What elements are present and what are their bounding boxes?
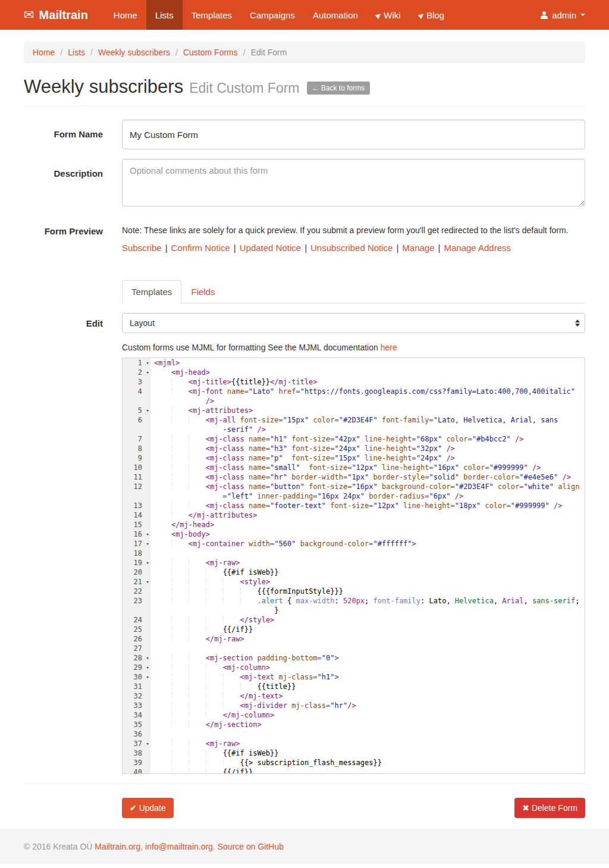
nav-item-templates[interactable]: Templates	[183, 0, 241, 30]
code-line: 39 {{> subscription_flash_messages}}	[123, 758, 585, 767]
code-line: 21 <style>	[123, 577, 585, 587]
fold-caret-icon[interactable]	[146, 577, 149, 587]
code-line: 23 .alert { max-width: 520px; font-famil…	[123, 596, 585, 606]
fold-caret-icon[interactable]	[146, 663, 149, 672]
footer-link-mailtrain-org[interactable]: Mailtrain.org	[95, 842, 140, 851]
delete-form-button[interactable]: Delete Form	[514, 798, 585, 818]
breadcrumb-separator: /	[175, 48, 178, 57]
line-number: 21	[123, 577, 150, 587]
fold-caret-icon[interactable]	[146, 358, 149, 368]
code-line: 27	[123, 644, 585, 653]
footer-text: © 2016 Kreata OÜ	[24, 842, 95, 851]
nav-item-wiki[interactable]: ▶Wiki	[367, 0, 410, 30]
link-separator: |	[396, 243, 398, 253]
line-number: 13	[123, 501, 150, 510]
code-text: </mj-raw>	[150, 634, 585, 644]
code-text	[150, 644, 585, 653]
code-line: 29 <mj-column>	[123, 663, 585, 672]
link-separator: |	[438, 243, 441, 253]
link-separator: |	[304, 243, 307, 253]
code-text: {{> subscription_flash_messages}}	[150, 758, 585, 767]
code-line: 7 <mj-class name="h1" font-size="42px" l…	[123, 434, 585, 444]
fold-caret-icon[interactable]	[146, 539, 149, 549]
fold-caret-icon[interactable]	[146, 653, 149, 663]
nav-item-automation[interactable]: Automation	[304, 0, 367, 30]
code-text: ="left" inner-padding="16px 24px" border…	[150, 491, 585, 501]
fold-caret-icon[interactable]	[146, 558, 149, 568]
code-line: 40 {{/if}}	[123, 767, 585, 774]
update-button[interactable]: Update	[122, 798, 174, 818]
brand-link[interactable]: ✉ Mailtrain	[24, 0, 88, 30]
breadcrumb-current: Edit Form	[251, 48, 287, 57]
code-line: 25 {{/if}}	[123, 625, 585, 634]
line-number: 39	[123, 758, 150, 767]
line-number: 40	[123, 767, 150, 774]
fold-caret-icon[interactable]	[146, 368, 149, 377]
code-line: 9 <mj-class name="p" font-size="15px" li…	[123, 453, 585, 463]
code-text: </mj-section>	[150, 720, 585, 729]
edit-template-select[interactable]: Layout	[122, 313, 585, 333]
footer-text: ,	[140, 842, 145, 851]
description-textarea[interactable]	[122, 159, 585, 206]
code-text: <mj-all font-size="15px" color="#2D3E4F"…	[150, 415, 585, 425]
code-text: <style>	[150, 577, 585, 587]
footer-link-source-on-github[interactable]: Source on GitHub	[218, 842, 284, 851]
line-number: 37	[123, 739, 150, 748]
preview-link-subscribe[interactable]: Subscribe	[122, 243, 162, 253]
line-number: 10	[123, 463, 150, 472]
preview-link-unsubscribed-notice[interactable]: Unsubscribed Notice	[310, 243, 393, 253]
user-menu[interactable]: admin	[540, 0, 585, 30]
nav-item-blog[interactable]: ▶Blog	[410, 0, 454, 30]
preview-link-confirm-notice[interactable]: Confirm Notice	[171, 243, 230, 253]
fold-caret-icon[interactable]	[146, 529, 149, 539]
breadcrumb-link-home[interactable]: Home	[33, 48, 55, 57]
breadcrumb-link-weekly-subscribers[interactable]: Weekly subscribers	[98, 48, 170, 57]
fold-caret-icon[interactable]	[146, 672, 149, 682]
code-text: {{#if isWeb}}	[150, 568, 585, 577]
footer-link-info-mailtrain-org[interactable]: info@mailtrain.org	[145, 842, 213, 851]
envelope-icon: ✉	[24, 8, 34, 22]
page-subtitle: Edit Custom Form	[189, 80, 299, 96]
nav-item-lists[interactable]: Lists	[146, 0, 183, 30]
code-text: }	[150, 606, 585, 615]
preview-link-manage-address[interactable]: Manage Address	[444, 243, 511, 253]
code-line: 4 <mj-font name="Lato" href="https://fon…	[123, 387, 585, 396]
breadcrumb: Home/Lists/Weekly subscribers/Custom For…	[24, 42, 585, 63]
preview-link-manage[interactable]: Manage	[402, 243, 434, 253]
line-number: 24	[123, 615, 150, 625]
code-text: </mj-attributes>	[150, 510, 585, 520]
code-text: <mj-class name="p" font-size="15px" line…	[150, 453, 585, 463]
code-line: 26 </mj-raw>	[123, 634, 585, 644]
code-line: 22 {{{formInputStyle}}}	[123, 587, 585, 596]
page-title: Weekly subscribers	[24, 76, 183, 98]
line-number: 31	[123, 682, 150, 691]
nav-item-campaigns[interactable]: Campaigns	[241, 0, 304, 30]
line-number: 15	[123, 520, 150, 529]
breadcrumb-link-custom-forms[interactable]: Custom Forms	[183, 48, 238, 57]
tab-templates[interactable]: Templates	[122, 280, 181, 303]
line-number: 28	[123, 653, 150, 663]
code-editor[interactable]: 1<mjml>2 <mj-head>3 <mj-title>{{title}}<…	[122, 358, 585, 774]
code-line: 16 <mj-body>	[123, 529, 585, 539]
breadcrumb-link-lists[interactable]: Lists	[68, 48, 85, 57]
line-number: 9	[123, 453, 150, 463]
fold-caret-icon[interactable]	[146, 406, 149, 415]
back-to-forms-button[interactable]: Back to forms	[307, 82, 371, 95]
tab-fields[interactable]: Fields	[181, 280, 224, 303]
code-text: <mj-raw>	[150, 558, 585, 568]
code-line: 20 {{#if isWeb}}	[123, 568, 585, 577]
footer: © 2016 Kreata OÜ Mailtrain.org, info@mai…	[0, 829, 609, 864]
code-text: {{title}}	[150, 682, 585, 691]
send-icon: ▶	[374, 10, 383, 19]
line-number: 27	[123, 644, 150, 653]
form-name-input[interactable]	[122, 120, 585, 149]
fold-caret-icon[interactable]	[146, 739, 149, 748]
line-number: 23	[123, 596, 150, 606]
nav-item-home[interactable]: Home	[105, 0, 146, 30]
preview-link-updated-notice[interactable]: Updated Notice	[240, 243, 301, 253]
code-text: <mj-attributes>	[150, 406, 585, 415]
code-text: <mj-class name="h3" font-size="24px" lin…	[150, 444, 585, 453]
code-text: <mj-divider mj-class="hr"/>	[150, 701, 585, 710]
code-line: 8 <mj-class name="h3" font-size="24px" l…	[123, 444, 585, 453]
mjml-doc-link[interactable]: here	[381, 343, 397, 352]
